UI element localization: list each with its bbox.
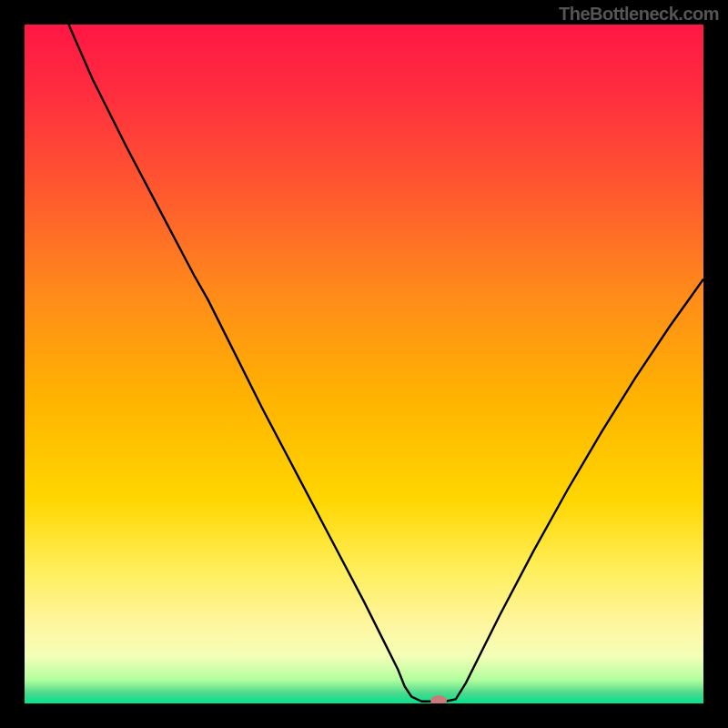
chart-svg <box>0 0 728 728</box>
bottleneck-chart: TheBottleneck.com <box>0 0 728 728</box>
watermark-text: TheBottleneck.com <box>559 4 719 25</box>
